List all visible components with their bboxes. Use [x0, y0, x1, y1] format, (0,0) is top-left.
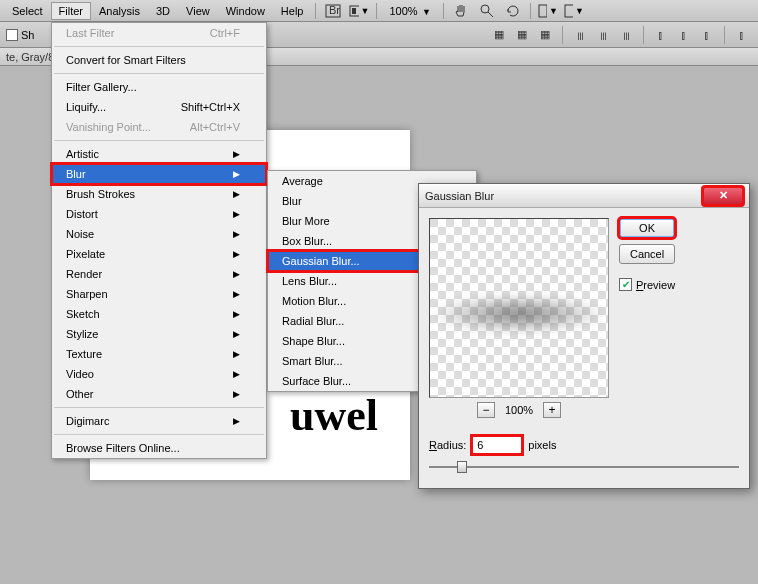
svg-rect-8: [565, 5, 573, 17]
screen-mode-icon[interactable]: ▼: [349, 2, 369, 20]
menubar: Select Filter Analysis 3D View Window He…: [0, 0, 758, 22]
radius-unit: pixels: [528, 439, 556, 451]
mi-convert-smart[interactable]: Convert for Smart Filters: [52, 50, 266, 70]
document-info: te, Gray/8: [6, 51, 54, 63]
mi-noise[interactable]: Noise▶: [52, 224, 266, 244]
mi-filter-gallery[interactable]: Filter Gallery...: [52, 77, 266, 97]
slider-thumb[interactable]: [457, 461, 467, 473]
menu-view[interactable]: View: [178, 2, 218, 20]
mi-video[interactable]: Video▶: [52, 364, 266, 384]
menu-help[interactable]: Help: [273, 2, 312, 20]
canvas-text: uwel: [290, 390, 378, 441]
distribute-v2-icon[interactable]: ⫿: [674, 25, 694, 45]
zoom-icon[interactable]: [477, 2, 497, 20]
menu-filter[interactable]: Filter: [51, 2, 91, 20]
mi-pixelate[interactable]: Pixelate▶: [52, 244, 266, 264]
svg-line-5: [488, 12, 493, 17]
mi-last-filter: Last FilterCtrl+F: [52, 23, 266, 43]
zoom-value: 100%: [505, 404, 533, 416]
zoom-out-button[interactable]: −: [477, 402, 495, 418]
mi-render[interactable]: Render▶: [52, 264, 266, 284]
svg-point-4: [481, 5, 489, 13]
zoom-level[interactable]: 100% ▼: [381, 2, 439, 20]
distribute-h1-icon[interactable]: ⫼: [570, 25, 590, 45]
preview-content: [430, 294, 608, 334]
mi-blur[interactable]: Blur▶: [52, 164, 266, 184]
screen-icon[interactable]: ▼: [564, 2, 584, 20]
mi-brush-strokes[interactable]: Brush Strokes▶: [52, 184, 266, 204]
dialog-title: Gaussian Blur: [425, 190, 703, 202]
cancel-button[interactable]: Cancel: [619, 244, 675, 264]
mi-distort[interactable]: Distort▶: [52, 204, 266, 224]
zoom-in-button[interactable]: +: [543, 402, 561, 418]
close-icon: ✕: [719, 189, 728, 202]
gaussian-blur-dialog: Gaussian Blur ✕ − 100% + OK Cancel ✔ PPr…: [418, 183, 750, 489]
filter-menu: Last FilterCtrl+F Convert for Smart Filt…: [51, 22, 267, 459]
menu-analysis[interactable]: Analysis: [91, 2, 148, 20]
preview-panel[interactable]: [429, 218, 609, 398]
svg-text:Br: Br: [329, 4, 340, 16]
mi-sketch[interactable]: Sketch▶: [52, 304, 266, 324]
align-right-icon[interactable]: ▦: [535, 25, 555, 45]
mi-digimarc[interactable]: Digimarc▶: [52, 411, 266, 431]
ok-button[interactable]: OK: [619, 218, 675, 238]
preview-label: PPreviewreview: [636, 279, 675, 291]
distribute-h3-icon[interactable]: ⫼: [616, 25, 636, 45]
distribute-v1-icon[interactable]: ⫿: [651, 25, 671, 45]
hand-icon[interactable]: [451, 2, 471, 20]
checkbox-sh[interactable]: [6, 29, 18, 41]
menu-window[interactable]: Window: [218, 2, 273, 20]
menu-select[interactable]: Select: [4, 2, 51, 20]
arrange-icon[interactable]: ▼: [538, 2, 558, 20]
svg-rect-3: [352, 8, 356, 14]
align-left-icon[interactable]: ▦: [489, 25, 509, 45]
radius-label: Radius:: [429, 439, 466, 451]
mi-texture[interactable]: Texture▶: [52, 344, 266, 364]
mi-browse-filters[interactable]: Browse Filters Online...: [52, 438, 266, 458]
bridge-icon[interactable]: Br: [323, 2, 343, 20]
dialog-titlebar[interactable]: Gaussian Blur ✕: [419, 184, 749, 208]
mi-liquify[interactable]: Liquify...Shift+Ctrl+X: [52, 97, 266, 117]
mi-other[interactable]: Other▶: [52, 384, 266, 404]
mi-stylize[interactable]: Stylize▶: [52, 324, 266, 344]
distribute-v3-icon[interactable]: ⫿: [697, 25, 717, 45]
mi-artistic[interactable]: Artistic▶: [52, 144, 266, 164]
distribute-h2-icon[interactable]: ⫼: [593, 25, 613, 45]
mi-sharpen[interactable]: Sharpen▶: [52, 284, 266, 304]
svg-rect-6: [539, 5, 547, 17]
rotate-icon[interactable]: [503, 2, 523, 20]
preview-checkbox[interactable]: ✔: [619, 278, 632, 291]
label-sh: Sh: [21, 29, 34, 41]
menu-3d[interactable]: 3D: [148, 2, 178, 20]
mi-vanishing-point: Vanishing Point...Alt+Ctrl+V: [52, 117, 266, 137]
radius-input[interactable]: [472, 436, 522, 454]
distribute-extra-icon[interactable]: ⫿: [732, 25, 752, 45]
close-button[interactable]: ✕: [703, 187, 743, 205]
radius-slider[interactable]: [429, 460, 739, 474]
align-center-icon[interactable]: ▦: [512, 25, 532, 45]
